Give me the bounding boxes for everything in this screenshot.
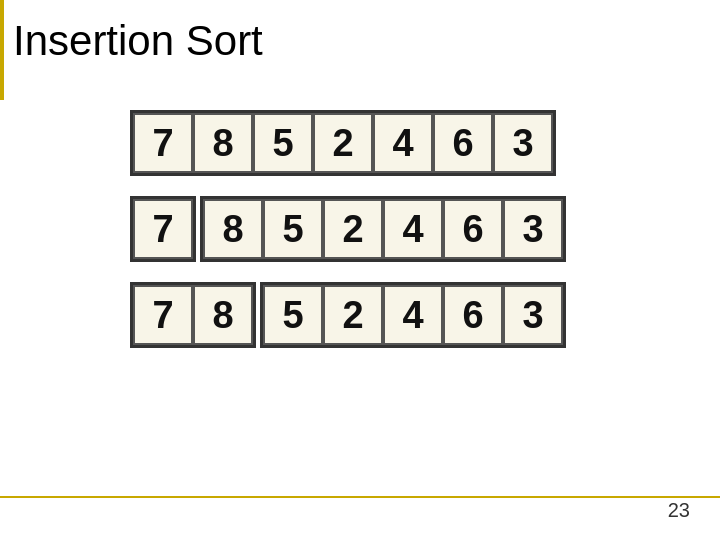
cell-row3-g2-c2: 2 xyxy=(323,285,383,345)
cell-row1-g1-c2: 8 xyxy=(193,113,253,173)
cell-row1-g1-c4: 2 xyxy=(313,113,373,173)
cell-row1-g1-c3: 5 xyxy=(253,113,313,173)
cell-row2-g2-c6: 3 xyxy=(503,199,563,259)
page-number: 23 xyxy=(668,499,690,522)
cell-row1-g1-c7: 3 xyxy=(493,113,553,173)
cell-row2-g2-c5: 6 xyxy=(443,199,503,259)
cell-group-row3-g1: 78 xyxy=(130,282,256,348)
cell-row2-g2-c3: 2 xyxy=(323,199,383,259)
cell-row3-g2-c1: 5 xyxy=(263,285,323,345)
cell-row3-g1-c1: 7 xyxy=(133,285,193,345)
cell-row3-g2-c5: 3 xyxy=(503,285,563,345)
array-row-2: 7852463 xyxy=(130,196,570,262)
left-accent xyxy=(0,0,4,100)
page-title: Insertion Sort xyxy=(13,17,263,65)
cell-row1-g1-c6: 6 xyxy=(433,113,493,173)
cell-row1-g1-c1: 7 xyxy=(133,113,193,173)
cell-row2-g2-c4: 4 xyxy=(383,199,443,259)
array-row-1: 7852463 xyxy=(130,110,570,176)
cell-row2-g2-c1: 8 xyxy=(203,199,263,259)
cell-group-row2-g1: 7 xyxy=(130,196,196,262)
cell-row1-g1-c5: 4 xyxy=(373,113,433,173)
array-row-3: 7852463 xyxy=(130,282,570,348)
cell-row3-g1-c2: 8 xyxy=(193,285,253,345)
cell-row2-g1-c1: 7 xyxy=(133,199,193,259)
cell-group-row2-g2: 852463 xyxy=(200,196,566,262)
cell-row3-g2-c3: 4 xyxy=(383,285,443,345)
cell-group-row3-g2: 52463 xyxy=(260,282,566,348)
cell-group-row1-g1: 7852463 xyxy=(130,110,556,176)
bottom-line xyxy=(0,496,720,498)
cell-row2-g2-c2: 5 xyxy=(263,199,323,259)
arrays-container: 785246378524637852463 xyxy=(130,110,570,348)
cell-row3-g2-c4: 6 xyxy=(443,285,503,345)
